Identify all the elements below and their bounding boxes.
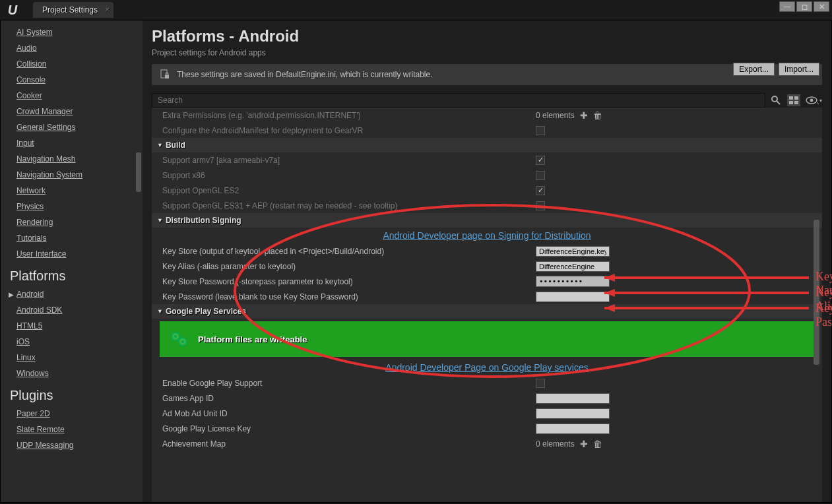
sidebar-item[interactable]: Navigation System — [16, 167, 143, 183]
setting-label: Support x86 — [162, 171, 536, 180]
section-google-play[interactable]: ▼Google Play Services — [152, 304, 822, 319]
collapse-icon: ▼ — [157, 142, 163, 148]
page-title: Platforms - Android — [152, 27, 822, 46]
sidebar-item[interactable]: Network — [16, 183, 143, 199]
writable-banner: Platform files are writeable — [160, 321, 814, 357]
setting-label: Support armv7 [aka armeabi-v7a] — [162, 156, 536, 165]
search-input[interactable]: Search — [152, 93, 765, 108]
checkbox[interactable] — [536, 186, 545, 195]
add-icon[interactable]: ✚ — [580, 110, 588, 121]
section-build[interactable]: ▼Build — [152, 138, 822, 152]
checkbox[interactable] — [536, 201, 545, 210]
sidebar-item[interactable]: Android SDK — [16, 302, 143, 318]
search-row: Search ▾ — [152, 93, 822, 108]
checkbox[interactable] — [536, 126, 545, 135]
search-icon[interactable] — [769, 94, 783, 107]
link-google-play[interactable]: Android Developer Page on Google Play se… — [385, 362, 588, 373]
setting-label: Extra Permissions (e.g. 'android.permiss… — [162, 111, 536, 120]
sidebar-item[interactable]: Collision — [16, 56, 143, 72]
sidebar-item[interactable]: Windows — [16, 365, 143, 381]
banner-text: Platform files are writeable — [198, 334, 307, 344]
title-bar: U Project Settings × — ◻ ✕ — [0, 0, 832, 20]
keypass-input[interactable] — [536, 292, 610, 302]
sidebar-section-plugins: Plugins — [10, 381, 143, 406]
license-input[interactable] — [536, 424, 610, 434]
sidebar-item[interactable]: Console — [16, 72, 143, 88]
sidebar-item[interactable]: Paper 2D — [16, 406, 143, 422]
close-icon[interactable]: × — [106, 5, 110, 13]
collapse-icon: ▼ — [157, 217, 163, 224]
sidebar-item[interactable]: UDP Messaging — [16, 437, 143, 453]
tab-project-settings[interactable]: Project Settings × — [33, 2, 113, 18]
sidebar-item[interactable]: iOS — [16, 334, 143, 350]
collapse-icon: ▼ — [157, 308, 163, 315]
keystorepass-input[interactable] — [536, 276, 610, 287]
setting-label: Enable Google Play Support — [162, 379, 536, 388]
svg-rect-6 — [789, 101, 793, 104]
sidebar-item[interactable]: Navigation Mesh — [16, 151, 143, 167]
add-icon[interactable]: ✚ — [580, 439, 588, 449]
eye-icon[interactable]: ▾ — [805, 94, 822, 107]
info-text: These settings are saved in DefaultEngin… — [177, 70, 433, 79]
sidebar-item[interactable]: Cooker — [16, 88, 143, 104]
setting-label: Key Store (output of keytool, placed in … — [162, 247, 536, 256]
ue-logo-icon: U — [0, 0, 20, 20]
array-count: 0 elements — [536, 439, 575, 449]
setting-label: Games App ID — [162, 394, 536, 403]
sidebar-section-platforms: Platforms — [10, 262, 143, 286]
import-button[interactable]: Import... — [779, 63, 819, 76]
checkbox[interactable] — [536, 379, 545, 388]
admob-input[interactable] — [536, 408, 610, 419]
svg-point-11 — [174, 335, 177, 338]
setting-label: Key Alias (-alias parameter to keytool) — [162, 262, 536, 271]
keyalias-input[interactable] — [536, 261, 610, 272]
sidebar-item[interactable]: AI System — [16, 24, 143, 40]
settings-area: Extra Permissions (e.g. 'android.permiss… — [152, 108, 822, 502]
section-distribution-signing[interactable]: ▼Distribution Signing — [152, 213, 822, 228]
checkbox[interactable] — [536, 156, 545, 165]
array-count: 0 elements — [536, 111, 575, 120]
svg-rect-5 — [794, 96, 798, 100]
gamesappid-input[interactable] — [536, 393, 610, 404]
maximize-button[interactable]: ◻ — [796, 1, 812, 12]
setting-label: Support OpenGL ES31 + AEP (restart may b… — [162, 201, 536, 210]
sidebar-item-android[interactable]: Android — [16, 286, 44, 302]
setting-label: Ad Mob Ad Unit ID — [162, 409, 536, 418]
main-panel: Platforms - Android Project settings for… — [143, 20, 831, 502]
checkbox[interactable] — [536, 171, 545, 180]
setting-label: Key Password (leave blank to use Key Sto… — [162, 292, 536, 301]
svg-point-2 — [772, 96, 777, 102]
svg-rect-7 — [794, 101, 798, 104]
export-button[interactable]: Export... — [733, 63, 775, 76]
grid-view-icon[interactable] — [786, 94, 801, 107]
sidebar-item[interactable]: Tutorials — [16, 230, 143, 246]
page-subtitle: Project settings for Android apps — [152, 48, 822, 57]
trash-icon[interactable]: 🗑 — [593, 110, 602, 121]
sidebar-item[interactable]: Audio — [16, 40, 143, 56]
gears-icon — [170, 331, 189, 348]
sidebar-item[interactable]: Rendering — [16, 214, 143, 230]
svg-point-9 — [810, 99, 813, 102]
sidebar-item[interactable]: Slate Remote — [16, 422, 143, 437]
sidebar-item[interactable]: Crowd Manager — [16, 104, 143, 119]
sidebar-item[interactable]: Physics — [16, 199, 143, 214]
scrollbar-thumb[interactable] — [136, 152, 141, 192]
sidebar-item[interactable]: Input — [16, 135, 143, 151]
minimize-button[interactable]: — — [779, 1, 795, 12]
window-controls: — ◻ ✕ — [779, 1, 829, 12]
file-lock-icon — [160, 69, 170, 80]
sidebar: AI System Audio Collision Console Cooker… — [1, 20, 143, 502]
svg-line-3 — [777, 101, 780, 104]
tab-label: Project Settings — [42, 5, 98, 15]
tab-strip: Project Settings × — [33, 2, 113, 18]
keystore-input[interactable] — [536, 246, 610, 257]
sidebar-item[interactable]: User Interface — [16, 246, 143, 262]
sidebar-item[interactable]: Linux — [16, 350, 143, 365]
close-button[interactable]: ✕ — [814, 1, 829, 12]
sidebar-item[interactable]: General Settings — [16, 119, 143, 135]
trash-icon[interactable]: 🗑 — [593, 439, 602, 449]
link-android-signing[interactable]: Android Developer page on Signing for Di… — [383, 230, 591, 241]
sidebar-item[interactable]: HTML5 — [16, 318, 143, 334]
scrollbar-thumb[interactable] — [814, 220, 819, 365]
svg-rect-1 — [165, 75, 169, 79]
